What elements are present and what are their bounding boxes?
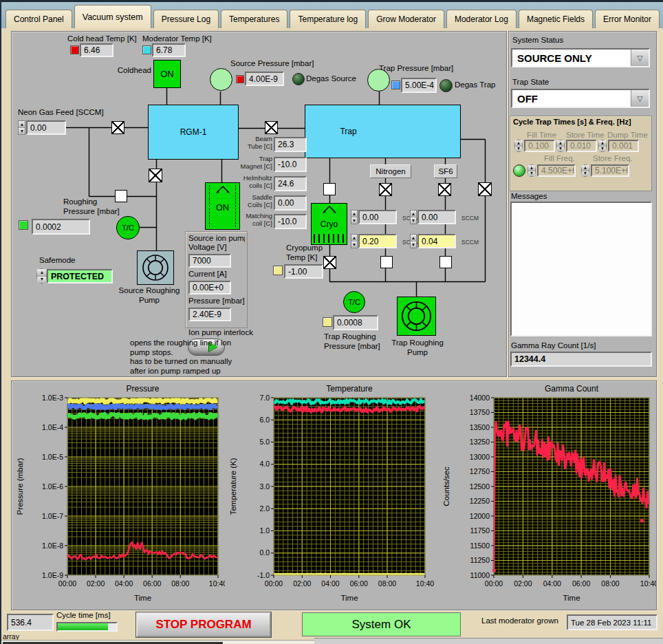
svg-text:02:00: 02:00 — [87, 579, 105, 588]
neon-feed-spinner[interactable] — [18, 120, 25, 135]
sf6-set-spinner[interactable] — [410, 234, 417, 248]
neon-feed-value[interactable]: 0.00 — [26, 120, 66, 135]
rgm-roughing-valve[interactable] — [149, 169, 162, 182]
cryo-inlet-valve[interactable] — [323, 183, 336, 195]
sf6-flow-spinner[interactable] — [410, 210, 417, 224]
fill-time-spinner[interactable] — [514, 140, 523, 152]
fill-freq-spinner[interactable] — [528, 164, 536, 177]
source-pressure-swatch — [236, 75, 244, 83]
svg-text:10:40: 10:40 — [209, 579, 225, 588]
dump-time-value[interactable]: 0.001 — [608, 140, 639, 152]
system-status-label: System Status — [512, 36, 563, 45]
safemode-spinner[interactable] — [36, 268, 47, 283]
svg-text:04:00: 04:00 — [543, 579, 561, 588]
store-time-spinner[interactable] — [556, 140, 565, 152]
gamma-count-chart: 1400013750135001325013000127501250012250… — [442, 383, 656, 604]
safemode-label: Safemode — [39, 256, 75, 266]
tab-pressure-log[interactable]: Pressure Log — [153, 10, 219, 28]
cryo-outlet-valve[interactable] — [323, 256, 336, 269]
beam-tube-value: 26.3 — [274, 137, 307, 152]
sf6-flow-setpoint[interactable]: 0.04 — [417, 234, 456, 248]
matching-coil-label: Matchingcoil [C] — [235, 213, 272, 227]
chevron-down-icon[interactable]: ▽ — [631, 50, 649, 66]
rgm1-label: RGM-1 — [180, 127, 207, 137]
degas-source-led[interactable] — [292, 73, 305, 85]
svg-text:2.0: 2.0 — [259, 504, 270, 513]
branch-arrows-icon — [213, 185, 233, 196]
branch-arrows-icon — [319, 205, 340, 215]
stop-program-button[interactable]: STOP PROGRAM — [136, 612, 271, 637]
chevron-down-icon[interactable]: ▽ — [631, 90, 649, 107]
cycle-trap-title: Cycle Trap Times [s] & Freq. [Hz] — [513, 118, 631, 127]
source-tc-gauge: T/C — [116, 216, 140, 239]
svg-text:Time: Time — [134, 594, 151, 602]
source-roughing-pump[interactable] — [137, 250, 174, 285]
svg-text:10:40: 10:40 — [640, 579, 656, 588]
trap-roughing-pressure-label: Trap RoughingPressure [mbar] — [324, 332, 380, 351]
system-status-dropdown[interactable]: SOURCE ONLY ▽ — [511, 48, 650, 67]
fill-freq-value[interactable]: 4.500E+6 — [537, 164, 576, 177]
nitrogen-valve[interactable] — [379, 183, 392, 196]
tab-error-monitor[interactable]: Error Monitor — [595, 10, 660, 28]
trap-roughing-valve[interactable] — [478, 182, 492, 196]
moderator-valve[interactable]: ON — [205, 182, 240, 230]
coldhead-on-button[interactable]: ON — [153, 60, 181, 88]
trap-label: Trap — [340, 127, 356, 136]
moderator-valve-state: ON — [206, 202, 239, 213]
trap-chamber: Trap — [305, 105, 461, 158]
trap-roughing-pump[interactable] — [397, 297, 436, 336]
ion-pump-pressure: 2.40E-9 — [188, 308, 231, 321]
nitrogen-set-spinner[interactable] — [351, 234, 358, 248]
neon-valve[interactable] — [111, 121, 124, 134]
vacuum-system-window: Control Panel Vacuum system Pressure Log… — [0, 0, 663, 644]
cycle-led — [513, 164, 525, 177]
nitrogen-shutoff-valve[interactable] — [380, 256, 393, 268]
sf6-set-unit: SCCM — [461, 238, 479, 248]
trap-pressure-label: Trap Pressure [mbar] — [379, 64, 453, 74]
cryo-hatch — [314, 234, 345, 243]
svg-text:06:00: 06:00 — [572, 579, 590, 588]
tab-magnetic-fields[interactable]: Magnetic Fields — [519, 10, 593, 28]
nitrogen-flow-spinner[interactable] — [351, 210, 358, 224]
moderator-temp-label: Moderator Temp [K] — [142, 34, 212, 44]
rgm1-chamber: RGM-1 — [148, 105, 239, 160]
svg-text:1.0E-8: 1.0E-8 — [42, 541, 63, 550]
messages-box[interactable] — [510, 202, 652, 336]
fill-time-label: Fill Time — [527, 131, 556, 140]
trap-roughing-pump-label: Trap RoughingPump — [387, 339, 448, 357]
cold-head-temp-label: Cold head Temp [K] — [67, 34, 137, 44]
tab-moderator-log[interactable]: Moderator Log — [446, 10, 517, 28]
nitrogen-flow-setpoint[interactable]: 0.20 — [358, 234, 397, 248]
safemode-value[interactable]: PROTECTED — [47, 269, 113, 283]
trap-state-label: Trap State — [512, 78, 549, 87]
fill-time-value[interactable]: 0.100 — [524, 140, 555, 152]
rgm-trap-valve[interactable] — [265, 121, 278, 134]
tab-control-panel[interactable]: Control Panel — [6, 10, 72, 28]
sf6-label: SF6 — [434, 164, 457, 178]
cold-head-temp-value: 6.46 — [80, 43, 113, 57]
store-freq-value[interactable]: 5.100E+6 — [591, 164, 629, 177]
roughing-pressure-label: RoughingPressure [mbar] — [63, 197, 120, 216]
tab-vacuum-system[interactable]: Vacuum system — [74, 5, 151, 28]
trap-state-dropdown[interactable]: OFF ▽ — [511, 89, 650, 108]
store-freq-spinner[interactable] — [581, 164, 589, 177]
tab-temperatures[interactable]: Temperatures — [221, 10, 287, 28]
svg-text:5.0: 5.0 — [259, 438, 270, 446]
sf6-shutoff-valve[interactable] — [439, 256, 452, 268]
roughing-pressure-value: 0.0002 — [32, 219, 90, 235]
sf6-valve[interactable] — [438, 183, 451, 196]
svg-text:13000: 13000 — [470, 453, 490, 461]
svg-text:1.0E-4: 1.0E-4 — [42, 423, 63, 431]
store-time-value[interactable]: 0.010 — [566, 140, 597, 152]
trap-pressure-value: 5.00E-4 — [401, 78, 437, 93]
tab-temperature-log[interactable]: Temperature log — [290, 10, 366, 28]
sf6-flow-unit: SCCM — [461, 214, 479, 224]
degas-trap-led[interactable] — [439, 79, 453, 92]
coldhead-label: Coldhead — [113, 66, 151, 76]
cryo-pump[interactable]: Cryo — [311, 203, 347, 245]
dump-time-label: Dump Time — [607, 131, 648, 140]
dump-time-spinner[interactable] — [598, 140, 607, 152]
store-time-label: Store Time — [566, 131, 605, 140]
tab-grow-moderator[interactable]: Grow Moderator — [368, 10, 444, 28]
sf6-flow-actual: 0.00 — [417, 210, 456, 224]
